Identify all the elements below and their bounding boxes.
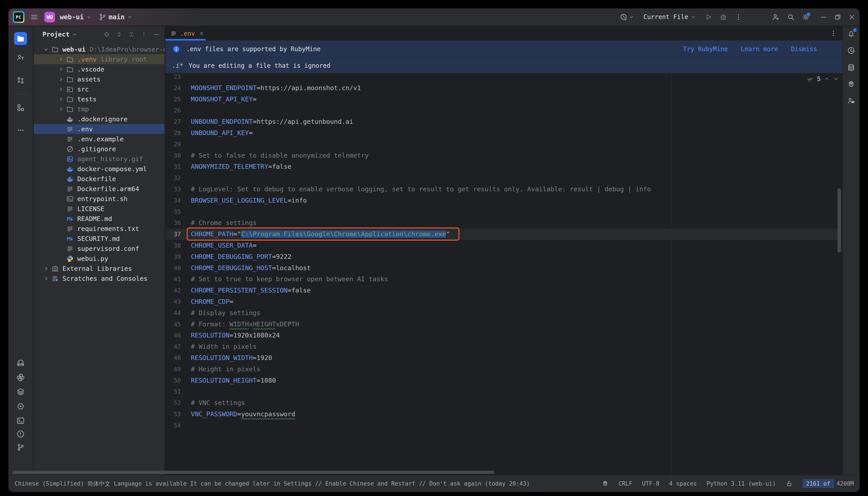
dismiss-link[interactable]: Dismiss (791, 45, 817, 53)
tree-item-supervisord.conf[interactable]: supervisord.conf (34, 244, 165, 253)
code-line-41[interactable]: 41# Set to true to keep browser open bet… (166, 274, 839, 285)
tree-item-tests[interactable]: tests (34, 94, 165, 104)
code-line-46[interactable]: 46RESOLUTION=1920x1080x24 (166, 330, 839, 341)
run-config-chevron-down-icon[interactable] (691, 14, 696, 20)
copilot-bot-button[interactable] (844, 78, 858, 91)
code-line-30[interactable]: 30# Set to false to disable anonymized t… (166, 150, 839, 161)
code-line-51[interactable]: 51 (166, 386, 839, 397)
code-line-29[interactable]: 29 (166, 139, 839, 150)
tree-item-requirements.txt[interactable]: requirements.txt (34, 223, 165, 234)
tree-item-README.md[interactable]: README.md (34, 214, 165, 223)
chevron-right-icon[interactable] (57, 55, 65, 63)
tree-item-SECURITY.md[interactable]: SECURITY.md (34, 234, 165, 244)
learn-people-question-button[interactable] (14, 51, 27, 64)
commit-pull-request-button[interactable] (14, 74, 27, 87)
chevron-right-icon[interactable] (57, 95, 65, 103)
next-problem-chevron-down-icon[interactable] (833, 76, 839, 82)
tree-item-Dockerfile[interactable]: Dockerfile (34, 174, 165, 184)
project-view-chevron-down-icon[interactable] (72, 31, 78, 37)
structure-tool-window-button[interactable] (14, 101, 27, 114)
horizontal-scrollbar[interactable] (13, 471, 494, 474)
code-editor[interactable]: 2324MOONSHOT_ENDPOINT=https://api.moonsh… (166, 73, 842, 475)
project-name[interactable]: web-ui (60, 13, 84, 21)
inspections-count[interactable]: 5 (817, 76, 821, 82)
tab-label[interactable]: .env (180, 30, 195, 37)
search-everywhere-button[interactable] (787, 13, 795, 21)
chevron-right-icon[interactable] (42, 275, 50, 282)
code-line-53[interactable]: 53VNC_PASSWORD=youvncpassword (166, 408, 839, 420)
code-line-49[interactable]: 49# Height in pixels (166, 363, 839, 375)
run-button[interactable] (704, 13, 713, 21)
code-line-28[interactable]: 28UNBOUND_API_KEY= (166, 127, 839, 139)
tree-item-.gitignore[interactable]: .gitignore (34, 144, 165, 154)
tree-item-src[interactable]: src (34, 84, 165, 94)
restore-window-button[interactable] (834, 13, 841, 21)
chevron-right-icon[interactable] (57, 105, 65, 113)
terminal-button[interactable] (14, 414, 27, 427)
tree-item-Dockerfile.arm64[interactable]: Dockerfile.arm64 (34, 184, 165, 194)
tree-item-.env.example[interactable]: .env.example (34, 134, 165, 144)
version-control-button[interactable] (14, 441, 27, 454)
code-line-26[interactable]: 26 (166, 105, 839, 116)
locate-opened-file-icon[interactable] (104, 31, 110, 37)
device-run-icon[interactable] (620, 13, 628, 21)
minimize-window-button[interactable] (820, 13, 827, 21)
code-line-37[interactable]: 37CHROME_PATH="C:\Program Files\Google\C… (166, 229, 839, 240)
code-line-45[interactable]: 45# Format: WIDTHxHEIGHTxDEPTH (166, 319, 839, 330)
more-actions-kebab-icon[interactable] (734, 13, 743, 21)
branch-chevron-down-icon[interactable] (127, 14, 133, 20)
settings-gear-button[interactable] (802, 13, 810, 21)
memory-indicator[interactable]: 2161 of 4200M (803, 479, 854, 488)
code-line-32[interactable]: 32 (166, 172, 839, 184)
tree-item-web-ui[interactable]: web-uiD:\IdeaPro\browser-use\web-ui (34, 44, 165, 54)
previous-problem-chevron-up-icon[interactable] (824, 76, 830, 82)
chevron-right-icon[interactable] (42, 265, 50, 273)
chevron-right-icon[interactable] (57, 85, 65, 93)
debug-button[interactable] (719, 13, 728, 21)
code-line-31[interactable]: 31ANONYMIZED_TELEMETRY=false (166, 161, 839, 172)
code-line-34[interactable]: 34BROWSER_USE_LOGGING_LEVEL=info (166, 195, 839, 206)
tree-item-agent_history.gif[interactable]: agent_history.gif (34, 154, 165, 164)
tree-item-.venv[interactable]: .venvlibrary root (34, 54, 165, 64)
expand-all-icon[interactable] (116, 31, 122, 37)
tab-options-kebab-icon[interactable] (830, 29, 837, 37)
tree-item-Scratches and Consoles[interactable]: Scratches and Consoles (34, 274, 165, 283)
hugging-face-tool-window-button[interactable] (14, 356, 27, 370)
code-line-38[interactable]: 38CHROME_USER_DATA= (166, 240, 839, 251)
project-tool-window-button[interactable] (14, 32, 27, 45)
code-line-52[interactable]: 52# VNC settings (166, 397, 839, 408)
code-line-50[interactable]: 50RESOLUTION_HEIGHT=1080 (166, 375, 839, 386)
database-button[interactable] (844, 61, 858, 74)
ai-assistant-button[interactable] (844, 44, 858, 57)
code-line-35[interactable]: 35 (166, 206, 839, 217)
encoding-indicator[interactable]: UTF-8 (642, 480, 660, 487)
tree-item-.vscode[interactable]: .vscode (34, 64, 165, 74)
code-line-25[interactable]: 25MOONSHOT_API_KEY= (166, 94, 839, 105)
close-tab-icon[interactable] (199, 31, 204, 36)
main-menu-hamburger-icon[interactable] (30, 13, 38, 21)
chevron-down-icon[interactable] (42, 45, 50, 53)
tree-item-assets[interactable]: assets (34, 74, 165, 84)
learn-more-link[interactable]: Learn more (741, 45, 778, 53)
code-line-54[interactable]: 54 (166, 420, 839, 431)
device-chevron-down-icon[interactable] (629, 14, 634, 20)
code-line-39[interactable]: 39CHROME_DEBUGGING_PORT=9222 (166, 251, 839, 262)
code-line-44[interactable]: 44# Display settings (166, 307, 839, 319)
code-line-23[interactable]: 23 (166, 73, 839, 82)
services-layers-button[interactable] (14, 385, 27, 399)
code-line-48[interactable]: 48RESOLUTION_WIDTH=1920 (166, 352, 839, 363)
code-line-40[interactable]: 40CHROME_DEBUGGING_HOST=localhost (166, 262, 839, 274)
python-console-button[interactable] (14, 400, 27, 413)
status-message[interactable]: Chinese (Simplified) 简体中文 Language is av… (9, 480, 530, 487)
code-line-27[interactable]: 27UNBOUND_ENDPOINT=https://api.getunboun… (166, 116, 839, 127)
branch-name[interactable]: main (108, 13, 124, 21)
problems-button[interactable] (14, 427, 27, 441)
tab-env-file[interactable]: .env (166, 26, 206, 41)
inspections-widget[interactable]: 5 (806, 74, 839, 84)
tree-item-tmp[interactable]: tmp (34, 104, 165, 114)
run-configuration-selector[interactable]: Current File (644, 13, 688, 20)
tree-item-docker-compose.yml[interactable]: docker-compose.yml (34, 164, 165, 174)
hide-panel-icon[interactable] (153, 31, 160, 37)
copilot-status-icon[interactable] (602, 480, 609, 487)
code-line-42[interactable]: 42CHROME_PERSISTENT_SESSION=false (166, 285, 839, 296)
